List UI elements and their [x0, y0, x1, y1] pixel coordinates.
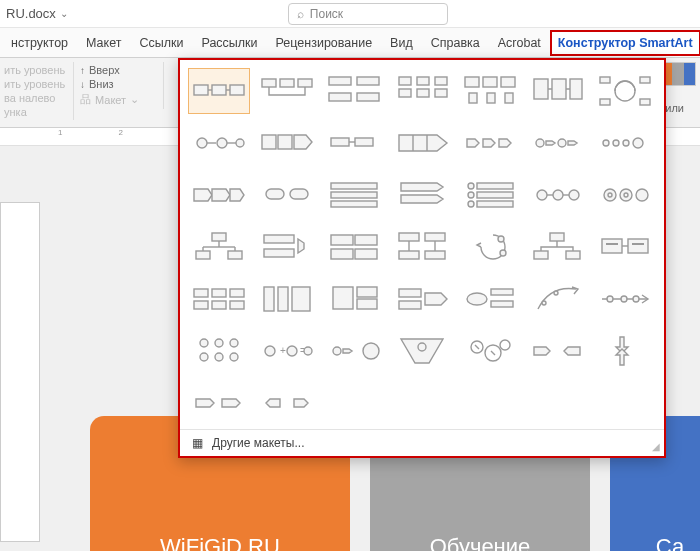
layout-thumb[interactable]	[459, 172, 521, 218]
layout-thumb[interactable]	[256, 120, 318, 166]
svg-point-123	[230, 339, 238, 347]
layout-thumb[interactable]	[594, 328, 656, 374]
layout-thumb[interactable]	[459, 68, 521, 114]
svg-point-137	[500, 340, 510, 350]
tab-рассылки[interactable]: Рассылки	[192, 28, 266, 58]
layout-thumb[interactable]	[391, 328, 453, 374]
tab-вид[interactable]: Вид	[381, 28, 422, 58]
svg-rect-102	[194, 301, 208, 309]
svg-rect-2	[230, 85, 244, 95]
svg-rect-15	[417, 89, 429, 97]
block-label: WiFiGiD.RU	[90, 534, 350, 551]
layout-thumb[interactable]	[459, 328, 521, 374]
layout-thumb[interactable]	[323, 172, 385, 218]
layout-thumb[interactable]	[594, 276, 656, 322]
svg-point-59	[468, 192, 474, 198]
svg-rect-97	[606, 243, 618, 245]
tab-справка[interactable]: Справка	[422, 28, 489, 58]
block-label: Са	[610, 534, 700, 551]
move-up-button[interactable]: ↑Вверх	[80, 64, 163, 76]
layout-thumb[interactable]	[188, 380, 250, 426]
layout-thumb[interactable]	[256, 172, 318, 218]
layout-thumb[interactable]	[256, 68, 318, 114]
svg-rect-23	[505, 93, 513, 103]
svg-rect-93	[534, 251, 548, 259]
svg-point-67	[620, 189, 632, 201]
layout-thumb[interactable]	[527, 328, 589, 374]
ribbon-tabs: нструкторМакетСсылкиРассылкиРецензирован…	[0, 28, 700, 58]
move-down-button[interactable]: ↓Вниз	[80, 78, 163, 90]
svg-rect-104	[230, 301, 244, 309]
svg-point-60	[468, 201, 474, 207]
layout-icon: 品	[80, 92, 91, 107]
layout-thumb[interactable]	[527, 224, 589, 270]
layout-thumb[interactable]	[188, 328, 250, 374]
layout-thumb[interactable]	[594, 172, 656, 218]
layout-thumb[interactable]	[391, 224, 453, 270]
tab-конструктор-smartart[interactable]: Конструктор SmartArt	[550, 30, 700, 56]
svg-point-121	[200, 339, 208, 347]
tab-нструктор[interactable]: нструктор	[2, 28, 77, 58]
svg-rect-31	[640, 99, 650, 105]
layout-thumb[interactable]	[188, 120, 250, 166]
layout-thumb[interactable]: +=	[256, 328, 318, 374]
layout-thumb[interactable]	[256, 380, 318, 426]
layout-thumb[interactable]	[527, 172, 589, 218]
svg-rect-80	[331, 235, 353, 245]
layout-thumb[interactable]	[527, 68, 589, 114]
arrow-up-icon: ↑	[80, 65, 85, 76]
layout-thumb[interactable]	[391, 120, 453, 166]
layout-thumb[interactable]	[391, 276, 453, 322]
search-box[interactable]: ⌕ Поиск	[288, 3, 448, 25]
layout-thumb[interactable]	[188, 276, 250, 322]
layout-thumb[interactable]	[594, 120, 656, 166]
layout-thumb[interactable]	[188, 172, 250, 218]
layout-thumb[interactable]	[323, 276, 385, 322]
svg-rect-10	[329, 93, 351, 101]
layout-thumb[interactable]	[188, 224, 250, 270]
layout-thumb[interactable]	[391, 172, 453, 218]
svg-rect-1	[212, 85, 226, 95]
tab-рецензирование[interactable]: Рецензирование	[267, 28, 382, 58]
layout-thumb[interactable]	[323, 328, 385, 374]
layout-thumb[interactable]	[594, 224, 656, 270]
tab-макет[interactable]: Макет	[77, 28, 130, 58]
layout-thumb[interactable]	[323, 68, 385, 114]
chevron-down-icon[interactable]: ⌄	[60, 8, 68, 19]
svg-rect-56	[477, 192, 513, 198]
svg-rect-7	[298, 79, 312, 87]
document-name[interactable]: RU.docx	[6, 6, 56, 21]
svg-point-90	[498, 236, 504, 242]
layout-thumb[interactable]	[323, 120, 385, 166]
svg-rect-24	[534, 79, 548, 99]
tab-ссылки[interactable]: Ссылки	[130, 28, 192, 58]
svg-point-133	[363, 343, 379, 359]
layout-thumb[interactable]	[527, 120, 589, 166]
layout-thumb[interactable]	[459, 224, 521, 270]
layout-thumb[interactable]	[459, 276, 521, 322]
tab-acrobat[interactable]: Acrobat	[489, 28, 550, 58]
svg-rect-37	[262, 135, 276, 149]
svg-point-132	[333, 347, 341, 355]
layout-thumb[interactable]	[188, 68, 250, 114]
svg-rect-101	[230, 289, 244, 297]
svg-point-65	[569, 190, 579, 200]
svg-point-44	[536, 139, 544, 147]
layout-thumb[interactable]	[459, 120, 521, 166]
layout-thumb[interactable]	[527, 276, 589, 322]
gallery-footer-more[interactable]: ▦ Другие макеты...	[180, 429, 664, 456]
layout-thumb[interactable]	[594, 68, 656, 114]
layout-thumb[interactable]	[256, 224, 318, 270]
resize-grip-icon[interactable]: ◢	[652, 441, 660, 452]
demote-level: ить уровень	[4, 78, 67, 90]
layout-thumb[interactable]	[323, 224, 385, 270]
svg-point-125	[215, 353, 223, 361]
layout-thumb[interactable]	[391, 68, 453, 114]
layout-thumb[interactable]	[256, 276, 318, 322]
svg-rect-100	[212, 289, 226, 297]
more-layouts-label: Другие макеты...	[212, 436, 304, 450]
svg-rect-79	[264, 249, 294, 257]
svg-rect-14	[417, 77, 429, 85]
svg-rect-18	[465, 77, 479, 87]
svg-rect-57	[477, 201, 513, 207]
